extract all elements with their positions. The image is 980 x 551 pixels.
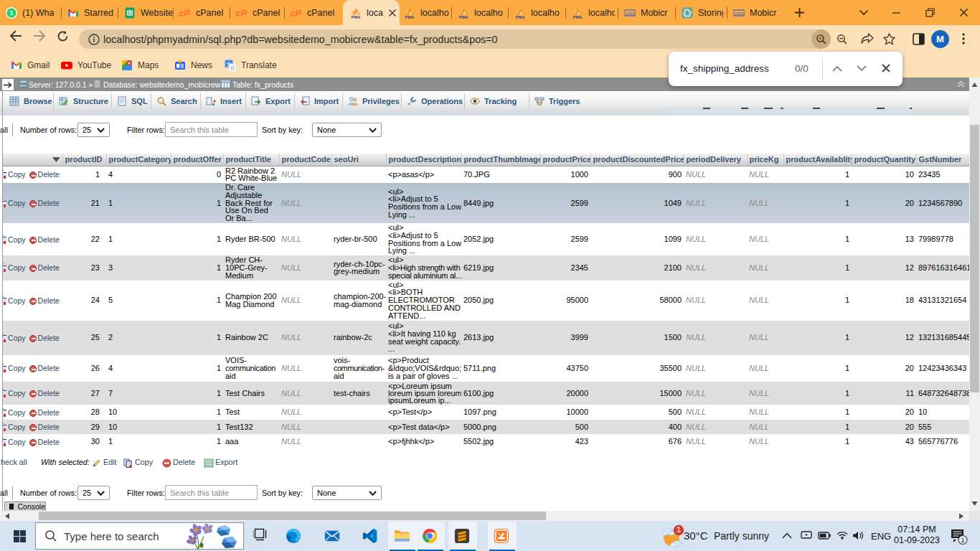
svg-text:PMA: PMA [352,14,362,19]
svg-text:PMA: PMA [405,14,415,19]
svg-text:cP: cP [179,8,190,19]
svg-text:PMA: PMA [459,14,469,19]
svg-text:PMA: PMA [573,14,583,19]
svg-text:LOGO: LOGO [625,11,635,15]
svg-text:1: 1 [961,537,964,544]
svg-text:LOGO: LOGO [734,11,744,15]
svg-text:cP: cP [236,8,247,19]
svg-text:1: 1 [677,526,681,534]
svg-text:G: G [230,65,235,71]
svg-text:1: 1 [9,9,13,17]
svg-text:PMA: PMA [516,14,526,19]
svg-text:cP: cP [291,8,301,19]
